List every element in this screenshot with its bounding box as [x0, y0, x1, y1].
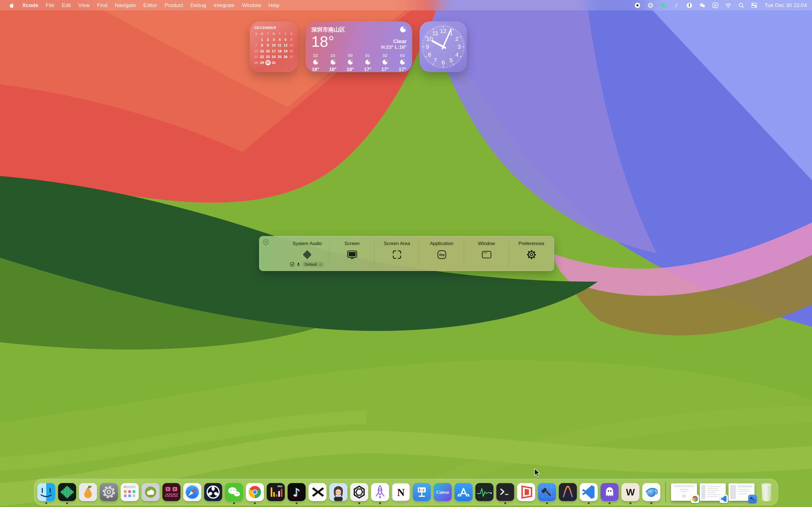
moon-icon [399, 59, 405, 65]
hour-temp: 17° [364, 67, 371, 72]
calendar-day-header: S [289, 31, 294, 37]
dock-item-trash[interactable] [757, 482, 775, 503]
capture-option-application[interactable]: Application App [419, 236, 464, 271]
svg-text:Canva: Canva [436, 490, 449, 495]
menu-item-navigate[interactable]: Navigate [111, 0, 140, 10]
running-indicator [358, 502, 360, 504]
calendar-day-header: S [253, 31, 259, 37]
weather-hour: 03 17° [399, 53, 406, 72]
pinyin-input-icon[interactable]: 拼 [712, 2, 719, 9]
calendar-day [276, 60, 283, 66]
dock-item-finder[interactable] [37, 483, 55, 501]
weather-hour: 00 18° [347, 53, 354, 72]
status-icon-tray: ♪ 拼 [631, 2, 761, 9]
analog-clock-widget[interactable]: 123456789101112 [419, 21, 467, 72]
dock-item-rocket-launcher-app[interactable] [371, 483, 389, 501]
dock-item-gradient-a-app[interactable] [559, 483, 577, 501]
app-menu[interactable]: Xcode [18, 0, 42, 10]
dock-item-red-frame-app[interactable] [517, 483, 535, 501]
menu-bar-clock[interactable]: Tue Dec 30 22:04 [765, 2, 807, 8]
dock-item-browser-swirl-app[interactable] [642, 483, 660, 501]
calendar-widget[interactable]: DECEMBER SMTWTFS123456789101112131415161… [250, 21, 298, 72]
calendar-day: 24 [271, 54, 277, 60]
display-icon [346, 248, 359, 261]
menu-item-debug[interactable]: Debug [187, 0, 210, 10]
menu-item-file[interactable]: File [42, 0, 58, 10]
calendar-day: 23 [265, 54, 271, 60]
rocket-status-icon[interactable] [686, 2, 693, 9]
dock-item-capcut[interactable] [308, 483, 326, 501]
menu-item-product[interactable]: Product [161, 0, 187, 10]
dock-item-minimized-window-xcode[interactable] [728, 483, 755, 501]
menu-item-integrate[interactable]: Integrate [210, 0, 238, 10]
microphone-icon [296, 262, 301, 267]
capture-option-window[interactable]: Window [464, 236, 509, 271]
dock-item-system-settings[interactable] [100, 483, 118, 501]
menu-item-help[interactable]: Help [265, 0, 283, 10]
svg-text:W: W [626, 487, 635, 497]
dock-item-app-store[interactable] [455, 483, 472, 501]
dock-item-chatgpt[interactable] [350, 483, 368, 501]
running-indicator [650, 502, 652, 504]
dock-item-canva[interactable]: Canva [434, 483, 452, 501]
capture-option-screen[interactable]: Screen [329, 236, 374, 271]
svg-text:PRO: PRO [277, 485, 282, 488]
menu-item-window[interactable]: Window [238, 0, 265, 10]
dock-item-minimized-window-vscode[interactable] [700, 483, 726, 501]
close-icon[interactable] [263, 239, 269, 245]
capture-option-screen-area[interactable]: Screen Area [374, 236, 419, 271]
audio-device-select[interactable]: Default [303, 262, 324, 267]
calendar-day: 20 [289, 48, 294, 54]
wechat-status-icon[interactable] [699, 2, 706, 9]
dock-item-minimized-window-chrome[interactable] [671, 483, 697, 501]
capture-option-preferences[interactable]: Preferences [509, 236, 554, 271]
dock-item-notion[interactable]: N [392, 483, 410, 501]
control-center-icon[interactable] [751, 2, 758, 9]
calendar-day: 19 [283, 48, 289, 54]
dock-item-safari[interactable] [183, 483, 201, 501]
dock-item-xcode-dock[interactable] [538, 483, 556, 501]
dock-item-analytics-pro-app[interactable]: PRO [267, 483, 285, 501]
dock-item-system-monitor-app[interactable] [475, 483, 493, 501]
dock-item-wechat[interactable] [225, 483, 243, 501]
spotlight-search-icon[interactable] [738, 2, 745, 9]
dock-item-cloud-sync-app[interactable] [142, 483, 160, 501]
capture-option-label: Screen [345, 241, 360, 246]
dock-item-tiktok[interactable]: ♪ ♪ ♪ [288, 483, 306, 501]
windowicon-icon [480, 248, 493, 261]
mouse-cursor [534, 468, 541, 478]
audio-waveform-status-icon[interactable] [660, 2, 667, 9]
weather-widget[interactable]: 深圳市南山区 18° Clear H:23° L:16° 22 18°23 18… [306, 21, 412, 72]
dock-item-audio-waveform-app[interactable] [58, 483, 76, 501]
tiktok-status-icon[interactable]: ♪ [673, 2, 680, 9]
dock-item-ghostty[interactable] [601, 483, 619, 501]
weather-hour: 01 17° [364, 53, 371, 72]
dock-item-obs-studio[interactable] [204, 483, 222, 501]
dock-item-video-downloader-app[interactable] [162, 483, 181, 501]
svg-text:♪: ♪ [293, 486, 300, 499]
dock-item-avatar-app[interactable] [329, 483, 347, 501]
menu-item-edit[interactable]: Edit [58, 0, 75, 10]
menu-item-view[interactable]: View [74, 0, 93, 10]
dock-item-pear-app[interactable] [79, 483, 97, 501]
dock-item-launcher-app[interactable] [121, 483, 139, 501]
calendar-day-header: F [283, 31, 289, 37]
menu-item-editor[interactable]: Editor [140, 0, 161, 10]
calendar-day: 9 [265, 43, 271, 48]
chatgpt-status-icon[interactable] [647, 2, 654, 9]
apple-menu-icon[interactable] [5, 0, 18, 10]
microphone-checkbox[interactable] [290, 262, 294, 267]
hour-temp: 17° [382, 67, 389, 72]
capture-option-system-audio[interactable]: System Audio Default [285, 236, 329, 271]
dock-item-terminal-app[interactable] [496, 483, 514, 501]
dock-item-w-terminal-app[interactable]: W [621, 483, 640, 501]
wifi-icon[interactable] [725, 2, 732, 9]
calendar-day [283, 60, 289, 66]
dock-item-keynote[interactable] [413, 483, 431, 501]
dock-item-google-chrome[interactable] [246, 483, 264, 501]
svg-text:9: 9 [426, 43, 429, 50]
dock-item-vscode[interactable] [580, 483, 598, 501]
menu-item-find[interactable]: Find [93, 0, 111, 10]
record-status-icon[interactable] [634, 2, 641, 9]
capture-option-label: Window [478, 241, 495, 246]
